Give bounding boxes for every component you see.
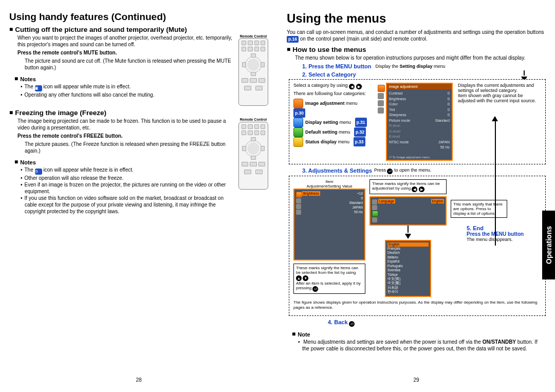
- step-3-box: Item Adjustment/Setting Value Brightness…: [289, 176, 546, 316]
- side-tab-operations: Operations: [542, 211, 555, 279]
- mute-step-detail: The picture and sound are cut off. (The …: [9, 58, 234, 71]
- category-icon: [293, 127, 303, 137]
- remote-illustration-2: [238, 122, 268, 190]
- step-3-side: Press to open the menu.: [374, 167, 432, 174]
- section-title: Using handy features (Continued): [9, 11, 268, 23]
- step-3-label: 3. Adjustments & Settings: [302, 167, 372, 174]
- remote-label-2: Remote Control: [238, 118, 268, 121]
- mute-step: Press the remote control's MUTE button.: [9, 49, 234, 56]
- mute-desc: When you want to project the images of a…: [9, 34, 234, 48]
- step-2-box: Select a category by using . There are f…: [289, 79, 546, 164]
- enter-icon: [387, 169, 393, 174]
- remote-illustration: [238, 38, 268, 106]
- right-arrow-icon-2: [419, 186, 424, 192]
- step-1-label: 1. Press the MENU button: [302, 63, 371, 69]
- category-row: Image adjustment menu p.30: [293, 99, 371, 118]
- options-note: This mark signify that there are options…: [451, 200, 507, 218]
- step-1-side: Display the Setting display menu: [375, 64, 445, 69]
- category-row: Status display menu p.33: [293, 137, 371, 147]
- category-icon: [293, 99, 303, 108]
- enter-icon-3: [349, 321, 355, 326]
- left-arrow-icon: [349, 84, 355, 89]
- freeze-note-4: If you use this function on video softwa…: [23, 195, 234, 215]
- marks-ud-note: These marks signify the items can be sel…: [293, 264, 365, 294]
- freeze-heading: Freezing the image (Freeze): [9, 109, 268, 117]
- mute-note-1: The icon will appear while mute is in ef…: [23, 83, 234, 91]
- final-note-label: Note: [292, 330, 546, 338]
- adjust-panel-a: Brightness+10 0 Standard JAPAN 50 Hz: [293, 189, 365, 260]
- step-4-label: 4. Back: [328, 319, 348, 325]
- up-arrow-icon: [296, 275, 302, 281]
- marks-lr-note: These marks signify the items can be adj…: [369, 179, 447, 194]
- mute-heading: Cutting off the picture and sound tempor…: [9, 26, 268, 33]
- how-desc: The menu shown below is for operation in…: [287, 54, 546, 61]
- freeze-icon: [35, 169, 42, 175]
- right-arrow-icon: [356, 84, 362, 89]
- freeze-notes-label: Notes: [14, 158, 234, 165]
- page-29: Using the menus You can call up on-scree…: [278, 5, 555, 387]
- freeze-note-2: Other operation will also release the fr…: [23, 175, 234, 181]
- category-icon: [293, 118, 303, 127]
- mute-note-2: Operating any other functions will also …: [23, 91, 234, 98]
- how-heading: How to use the menus: [287, 46, 546, 53]
- category-side-text: Displays the current adjustments and set…: [458, 83, 541, 161]
- page-ref: p.30: [293, 108, 305, 118]
- final-note: Menu adjustments and settings are saved …: [300, 339, 546, 352]
- page-ref: p.33: [354, 137, 365, 146]
- remote-label-1: Remote Control: [238, 34, 268, 38]
- step-2-text: Select a category by using .: [293, 83, 371, 89]
- page-ref: p.32: [354, 127, 366, 137]
- page-title: Using the menus: [287, 11, 546, 26]
- freeze-note-3: Even if an image is frozen on the projec…: [23, 181, 234, 195]
- mute-notes-label: Notes: [14, 75, 234, 82]
- freeze-note-1: The icon will appear while freeze is in …: [23, 166, 234, 175]
- adjust-panel-b: LanguageEnglish: [369, 196, 447, 226]
- freeze-desc: The image being projected can be made to…: [9, 118, 234, 131]
- page-28: Using handy features (Continued) Cutting…: [0, 5, 278, 387]
- arrow-down-icon-2: [405, 234, 411, 239]
- arrow-up-icon: [492, 116, 498, 121]
- category-row: Default setting menu p.32: [293, 127, 371, 137]
- freeze-step-detail: The picture pauses. (The Freeze function…: [9, 141, 234, 154]
- mute-icon: [35, 85, 42, 91]
- freeze-step: Press the remote control's FREEZE button…: [9, 133, 234, 139]
- step-2-label: 2. Select a Category: [302, 71, 546, 78]
- step-3-footnote: The figure shows displays given for oper…: [293, 300, 541, 311]
- intro-text: You can call up on-screen menus, and con…: [287, 29, 546, 43]
- left-arrow-icon-2: [412, 186, 417, 192]
- page-ref: p.31: [355, 118, 367, 127]
- category-icon: [293, 137, 303, 147]
- menu-screenshot: Image adjustment Contrast0Brightness0Col…: [386, 83, 453, 161]
- category-row: Display setting menu p.31: [293, 118, 371, 127]
- language-list-panel: EnglishFrançaisDeutschItalianoEspañolPor…: [385, 240, 431, 297]
- page-number-left: 28: [0, 377, 278, 383]
- enter-icon-2: [312, 286, 318, 292]
- page-number-right: 29: [278, 377, 555, 383]
- down-arrow-icon: [303, 275, 308, 281]
- page-ref-p16: p.16: [287, 36, 299, 43]
